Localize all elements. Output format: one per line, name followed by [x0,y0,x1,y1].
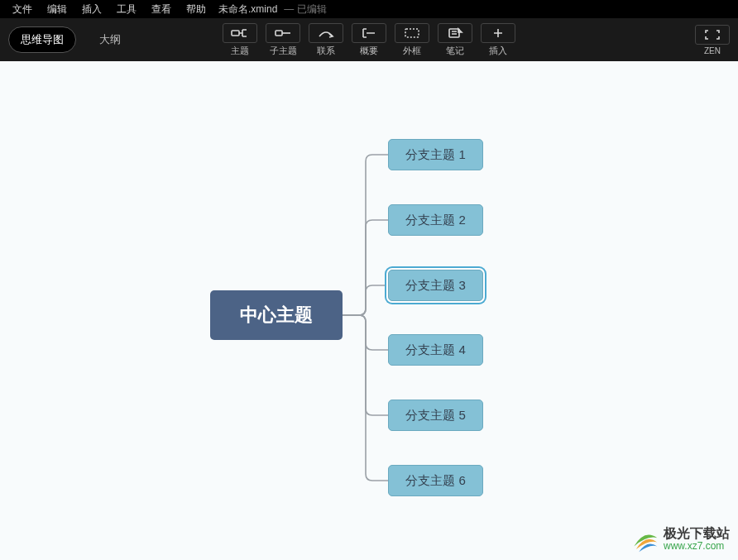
connectors [0,61,738,560]
tool-label: 外框 [403,45,421,57]
branch-topic-4[interactable]: 分支主题 4 [388,334,483,366]
view-mode-outline[interactable]: 大纲 [88,27,132,52]
toolbar-center: 主题 子主题 联系 概要 外框 [223,23,515,57]
branch-topic-6[interactable]: 分支主题 6 [388,465,483,496]
svg-rect-1 [276,31,282,36]
document-status: — 已编辑 [284,2,326,17]
topic-icon [223,23,257,43]
view-toggle: 思维导图 大纲 [8,26,132,53]
menu-help[interactable]: 帮助 [179,2,213,17]
boundary-icon [395,23,429,43]
watermark-logo-icon [630,525,659,553]
insert-button[interactable]: 插入 [481,23,515,57]
branch-topic-5[interactable]: 分支主题 5 [388,400,483,431]
svg-rect-0 [232,31,239,36]
branch-topic-2[interactable]: 分支主题 2 [388,204,483,236]
watermark: 极光下载站 www.xz7.com [630,525,730,553]
toolbar: 思维导图 大纲 主题 子主题 联系 概要 [0,18,738,61]
tool-label: 笔记 [446,45,464,57]
document-filename: 未命名.xmind [218,2,277,17]
svg-rect-2 [405,29,419,37]
tool-label: ZEN [704,46,721,55]
note-icon [438,23,472,43]
boundary-button[interactable]: 外框 [395,23,429,57]
tool-label: 子主题 [270,45,297,57]
menu-file[interactable]: 文件 [5,2,40,17]
watermark-title: 极光下载站 [664,526,730,541]
menu-view[interactable]: 查看 [144,2,179,17]
zen-icon [695,25,730,45]
branch-topic-3[interactable]: 分支主题 3 [388,270,483,301]
menu-insert[interactable]: 插入 [74,2,109,17]
relationship-icon [309,23,343,43]
insert-icon [481,23,515,43]
tool-label: 插入 [489,45,507,57]
menu-edit[interactable]: 编辑 [40,2,74,17]
subtopic-button[interactable]: 子主题 [266,23,300,57]
menu-tools[interactable]: 工具 [109,2,144,17]
menubar: 文件 编辑 插入 工具 查看 帮助 未命名.xmind — 已编辑 [0,0,738,18]
mindmap-canvas[interactable]: 中心主题 分支主题 1 分支主题 2 分支主题 3 分支主题 4 分支主题 5 … [0,61,738,560]
watermark-url: www.xz7.com [664,541,730,553]
tool-label: 概要 [360,45,378,57]
note-button[interactable]: 笔记 [438,23,472,57]
topic-button[interactable]: 主题 [223,23,257,57]
relationship-button[interactable]: 联系 [309,23,343,57]
central-topic[interactable]: 中心主题 [210,290,343,340]
branch-topic-1[interactable]: 分支主题 1 [388,139,483,170]
tool-label: 联系 [317,45,335,57]
summary-icon [352,23,386,43]
tool-label: 主题 [231,45,249,57]
subtopic-icon [266,23,300,43]
summary-button[interactable]: 概要 [352,23,386,57]
zen-button[interactable]: ZEN [695,25,730,55]
view-mode-mindmap[interactable]: 思维导图 [8,26,76,53]
